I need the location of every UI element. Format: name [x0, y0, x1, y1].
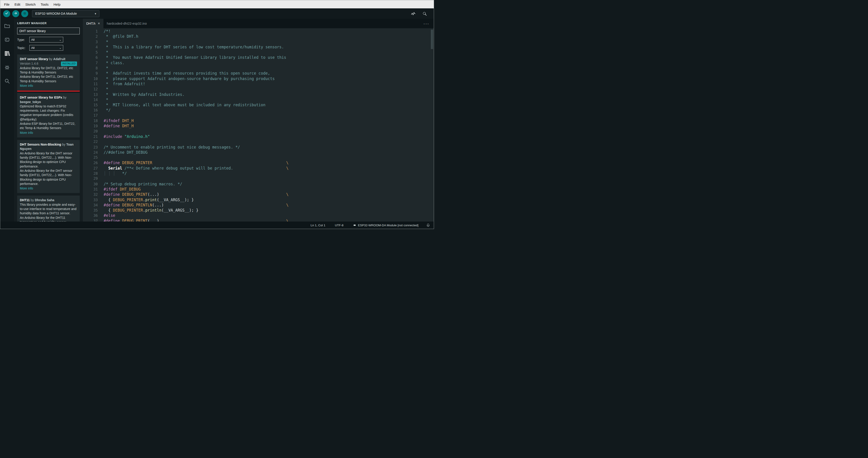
- code-line-text: { DEBUG_PRINTER.println(__VA_ARGS__); }: [104, 208, 434, 212]
- code-line-35[interactable]: 35 { DEBUG_PRINTER.println(__VA_ARGS__);…: [83, 208, 434, 213]
- library-item[interactable]: DHT sensor library for ESPx by beegee_to…: [17, 93, 80, 138]
- code-line-text: * class.: [104, 61, 434, 65]
- code-line-5[interactable]: 5 *: [83, 50, 434, 55]
- code-line-19[interactable]: 19#define DHT_H: [83, 124, 434, 129]
- editor-overflow-menu[interactable]: ···: [419, 19, 434, 28]
- menu-item-edit[interactable]: Edit: [12, 1, 23, 7]
- cursor-position[interactable]: Ln 1, Col 1: [311, 224, 326, 227]
- code-line-8[interactable]: 8 *: [83, 66, 434, 71]
- menu-item-sketch[interactable]: Sketch: [23, 1, 38, 7]
- editor-scrollbar-thumb[interactable]: [431, 30, 433, 49]
- arduino-ide-window: FileEditSketchToolsHelp ESP32-WROOM-DA M…: [0, 0, 434, 229]
- line-number: 23: [83, 145, 98, 149]
- board-status[interactable]: ESP32-WROOM-DA Module [not connected]: [353, 224, 418, 227]
- line-number: 6: [83, 55, 98, 60]
- code-line-20[interactable]: 20: [83, 129, 434, 134]
- code-line-text: */: [104, 108, 434, 112]
- code-line-30[interactable]: 30/* Setup debug printing macros. */: [83, 182, 434, 187]
- verify-button[interactable]: [3, 10, 10, 17]
- code-line-text: #define DEBUG_PRINT(...)\: [104, 219, 434, 222]
- code-editor[interactable]: 1/*!2 * @file DHT.h3 *4 * This is a libr…: [83, 28, 434, 222]
- editor-tab-hardcoded-dht22-esp32.ino[interactable]: hardcoded-dht22-esp32.ino: [103, 19, 150, 28]
- code-line-text: Serial /**< Define where debug output wi…: [104, 166, 434, 170]
- encoding-label: UTF-8: [335, 224, 343, 227]
- code-line-text: *: [104, 50, 434, 55]
- line-number: 12: [83, 87, 98, 91]
- code-line-4[interactable]: 4 * This is a library for DHT series of …: [83, 45, 434, 50]
- code-line-36[interactable]: 36#else: [83, 213, 434, 218]
- code-line-31[interactable]: 31#ifdef DHT_DEBUG: [83, 187, 434, 192]
- code-line-3[interactable]: 3 *: [83, 39, 434, 45]
- code-line-text: #ifdef DHT_DEBUG: [104, 187, 434, 192]
- menu-item-tools[interactable]: Tools: [38, 1, 51, 7]
- code-line-25[interactable]: 25: [83, 155, 434, 161]
- line-number: 22: [83, 140, 98, 144]
- code-line-17[interactable]: 17: [83, 113, 434, 118]
- code-line-14[interactable]: 14 *: [83, 97, 434, 103]
- code-line-21[interactable]: 21#include "Arduino.h": [83, 134, 434, 140]
- topic-select[interactable]: All ⌄: [29, 45, 63, 51]
- topic-select-value: All: [31, 46, 35, 50]
- library-search-input[interactable]: [17, 28, 80, 34]
- library-manager-button[interactable]: [3, 50, 11, 58]
- code-line-29[interactable]: 29: [83, 176, 434, 181]
- line-number: 17: [83, 113, 98, 118]
- code-line-12[interactable]: 12 *: [83, 87, 434, 92]
- code-line-text: #define DEBUG_PRINTLN(...)\: [104, 203, 434, 207]
- status-bar: Ln 1, Col 1 UTF-8 ESP32-WROOM-DA Module …: [0, 222, 434, 229]
- code-line-1[interactable]: 1/*!: [83, 29, 434, 34]
- code-line-text: * You must have Adafruit Unified Sensor …: [104, 55, 434, 60]
- library-item[interactable]: DHT Sensors Non-Blocking by Toan NguyenA…: [17, 140, 80, 193]
- tab-label: hardcoded-dht22-esp32.ino: [107, 22, 147, 25]
- code-line-18[interactable]: 18#ifndef DHT_H: [83, 118, 434, 124]
- more-info-link[interactable]: More info: [20, 186, 33, 191]
- code-line-23[interactable]: 23/* Uncomment to enable printing out ni…: [83, 145, 434, 150]
- more-info-link[interactable]: More info: [20, 84, 33, 88]
- library-item[interactable]: DHT11 by Dhruba SahaThis library provide…: [17, 196, 80, 222]
- editor-tab-dht.h[interactable]: DHT.h×: [83, 19, 103, 28]
- board-selector[interactable]: ESP32-WROOM-DA Module ▾: [32, 10, 99, 17]
- debug-button[interactable]: [21, 10, 28, 17]
- code-line-26[interactable]: 26#define DEBUG_PRINTER\: [83, 161, 434, 166]
- code-line-11[interactable]: 11 * from Adafruit!: [83, 82, 434, 87]
- serial-plotter-icon[interactable]: [410, 11, 416, 17]
- search-button[interactable]: [3, 78, 11, 85]
- debug-bug-icon: [23, 11, 27, 16]
- line-number: 19: [83, 124, 98, 128]
- menu-item-file[interactable]: File: [2, 1, 12, 7]
- more-info-link[interactable]: More info: [20, 131, 33, 135]
- code-line-7[interactable]: 7 * class.: [83, 61, 434, 66]
- code-line-33[interactable]: 33 { DEBUG_PRINTER.print(__VA_ARGS__); }: [83, 198, 434, 203]
- code-line-2[interactable]: 2 * @file DHT.h: [83, 34, 434, 39]
- code-line-15[interactable]: 15 * MIT license, all text above must be…: [83, 103, 434, 108]
- library-item[interactable]: DHT sensor library by AdafruitVersion 1.…: [17, 55, 80, 90]
- tab-close-icon[interactable]: ×: [98, 22, 100, 26]
- type-select[interactable]: All ⌄: [29, 37, 63, 42]
- board-icon: [353, 224, 356, 227]
- boards-manager-button[interactable]: [3, 36, 11, 44]
- code-line-10[interactable]: 10 * please support Adafruit andopen-sou…: [83, 77, 434, 82]
- code-line-22[interactable]: 22: [83, 140, 434, 145]
- serial-monitor-icon[interactable]: [422, 11, 428, 17]
- code-line-32[interactable]: 32#define DEBUG_PRINT(...)\: [83, 192, 434, 197]
- code-line-13[interactable]: 13 * Written by Adafruit Industries.: [83, 92, 434, 97]
- code-line-9[interactable]: 9 * Adafruit invests time and resources …: [83, 71, 434, 76]
- code-line-text: * This is a library for DHT series of lo…: [104, 45, 434, 49]
- upload-button[interactable]: [12, 10, 19, 17]
- code-line-24[interactable]: 24//#define DHT_DEBUG: [83, 150, 434, 155]
- code-line-16[interactable]: 16 */: [83, 108, 434, 113]
- line-number: 11: [83, 82, 98, 86]
- code-line-37[interactable]: 37#define DEBUG_PRINT(...)\: [83, 219, 434, 222]
- notifications-bell-icon[interactable]: [426, 223, 430, 227]
- line-number: 31: [83, 187, 98, 192]
- debugger-button[interactable]: [3, 64, 11, 71]
- code-line-6[interactable]: 6 * You must have Adafruit Unified Senso…: [83, 55, 434, 60]
- code-line-28[interactable]: 28│ │ │ */: [83, 171, 434, 176]
- code-line-27[interactable]: 27 Serial /**< Define where debug output…: [83, 166, 434, 171]
- search-icon: [4, 78, 10, 85]
- code-line-34[interactable]: 34#define DEBUG_PRINTLN(...)\: [83, 203, 434, 208]
- sketchbook-button[interactable]: [3, 22, 11, 30]
- code-line-text: #ifndef DHT_H: [104, 118, 434, 123]
- menu-item-help[interactable]: Help: [51, 1, 63, 7]
- line-number: 9: [83, 71, 98, 76]
